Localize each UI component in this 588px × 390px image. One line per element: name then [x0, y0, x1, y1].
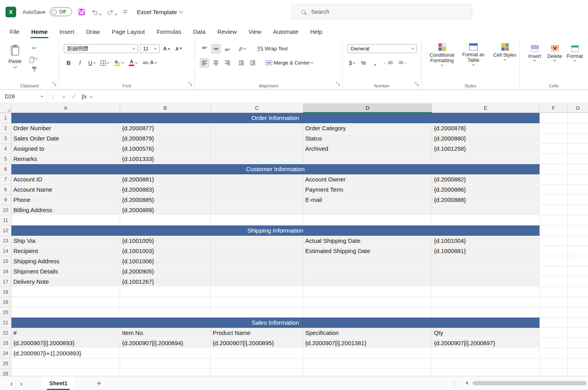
- increase-decimal-button[interactable]: ←.00: [382, 58, 394, 68]
- row-header-2[interactable]: 2: [0, 123, 11, 133]
- comma-style-button[interactable]: ,: [370, 58, 380, 68]
- formula-input[interactable]: [95, 90, 588, 103]
- cell-D4[interactable]: Archived: [303, 144, 432, 154]
- cell-B19[interactable]: [120, 297, 211, 307]
- cell-C18[interactable]: [211, 287, 303, 297]
- cell-E10[interactable]: [432, 205, 540, 215]
- copy-button[interactable]: [29, 54, 39, 63]
- cell-C17[interactable]: [211, 277, 303, 287]
- cell-E15[interactable]: [432, 256, 540, 266]
- row-header-24[interactable]: 24: [0, 348, 11, 359]
- menu-insert[interactable]: Insert: [54, 24, 80, 39]
- cell-D20[interactable]: [303, 307, 432, 318]
- cell-F1[interactable]: [540, 113, 568, 123]
- cell-A16[interactable]: Shipment Details: [11, 266, 120, 277]
- italic-button[interactable]: I: [75, 58, 85, 68]
- cell-E3[interactable]: {d.2000880}: [432, 133, 540, 144]
- merge-center-button[interactable]: Merge & Center: [264, 58, 315, 68]
- row-header-21[interactable]: 21: [0, 318, 11, 328]
- banner-customer-information[interactable]: Customer Information: [11, 164, 540, 174]
- cell-F18[interactable]: [540, 287, 568, 297]
- menu-formulas[interactable]: Formulas: [151, 24, 187, 39]
- cell-C8[interactable]: [211, 185, 303, 195]
- clipboard-dialog-launcher[interactable]: [52, 81, 57, 88]
- format-as-table-button[interactable]: Format as Table: [458, 43, 489, 65]
- scrollbar-thumb[interactable]: [473, 381, 586, 385]
- column-header-d[interactable]: D: [303, 104, 432, 113]
- cell-C2[interactable]: [211, 123, 303, 133]
- banner-shipping-information[interactable]: Shipping Information: [11, 225, 540, 236]
- cell-A25[interactable]: [11, 359, 120, 369]
- sheet-nav-left-icon[interactable]: ‹: [10, 379, 13, 387]
- cell-D3[interactable]: Status: [303, 133, 432, 144]
- cell-F19[interactable]: [540, 297, 568, 307]
- cell-E2[interactable]: {d.2000878}: [432, 123, 540, 133]
- cut-button[interactable]: ✂: [29, 43, 39, 53]
- scroll-left-icon[interactable]: [464, 381, 468, 385]
- orientation-button[interactable]: ab: [236, 44, 247, 54]
- cell-E25[interactable]: [432, 359, 540, 369]
- cell-A18[interactable]: [11, 287, 120, 297]
- cell-G23[interactable]: [568, 338, 588, 348]
- cell-A15[interactable]: Shipping Address: [11, 256, 120, 266]
- select-all-button[interactable]: [0, 104, 11, 113]
- cell-F22[interactable]: [540, 328, 568, 338]
- cell-A22[interactable]: #: [11, 328, 120, 338]
- column-header-b[interactable]: B: [120, 104, 211, 113]
- cell-F23[interactable]: [540, 338, 568, 348]
- cell-F6[interactable]: [540, 164, 568, 174]
- middle-align-button[interactable]: [211, 44, 221, 54]
- row-header-11[interactable]: 11: [0, 215, 11, 225]
- cell-C9[interactable]: [211, 195, 303, 205]
- excel-logo-icon[interactable]: x: [6, 7, 16, 17]
- insert-cells-button[interactable]: Insert: [525, 43, 545, 61]
- cell-B11[interactable]: [120, 215, 211, 225]
- cell-A20[interactable]: [11, 307, 120, 318]
- cell-F4[interactable]: [540, 144, 568, 154]
- customize-quick-access-button[interactable]: [123, 10, 128, 14]
- decrease-font-size-button[interactable]: A: [174, 44, 184, 54]
- cell-A14[interactable]: Recipient: [11, 246, 120, 256]
- cell-F2[interactable]: [540, 123, 568, 133]
- cell-B3[interactable]: {d.2000879}: [120, 133, 211, 144]
- cell-F26[interactable]: [540, 369, 568, 376]
- cell-G26[interactable]: [568, 369, 588, 376]
- cell-G9[interactable]: [568, 195, 588, 205]
- cell-A10[interactable]: Billing Address: [11, 205, 120, 215]
- enter-button[interactable]: ✓: [69, 93, 79, 100]
- decrease-indent-button[interactable]: [236, 58, 246, 68]
- cell-C10[interactable]: [211, 205, 303, 215]
- cell-E13[interactable]: {d.1001004}: [432, 236, 540, 246]
- increase-indent-button[interactable]: [248, 58, 257, 68]
- column-header-f[interactable]: F: [540, 104, 568, 113]
- cell-F15[interactable]: [540, 256, 568, 266]
- cell-G7[interactable]: [568, 174, 588, 185]
- insert-function-button[interactable]: fx: [79, 93, 89, 100]
- cell-F20[interactable]: [540, 307, 568, 318]
- cell-C14[interactable]: [211, 246, 303, 256]
- row-header-5[interactable]: 5: [0, 154, 11, 164]
- format-cells-button[interactable]: Format: [565, 43, 585, 61]
- cell-B17[interactable]: {d.1001267}: [120, 277, 211, 287]
- cell-D22[interactable]: Specification: [303, 328, 432, 338]
- percent-style-button[interactable]: %: [359, 58, 368, 68]
- cell-G24[interactable]: [568, 348, 588, 359]
- cell-C22[interactable]: Product Name: [211, 328, 303, 338]
- cell-G15[interactable]: [568, 256, 588, 266]
- cell-C19[interactable]: [211, 297, 303, 307]
- cell-A11[interactable]: [11, 215, 120, 225]
- sheet-tab-sheet1[interactable]: Sheet1: [43, 376, 74, 390]
- menu-home[interactable]: Home: [25, 24, 54, 39]
- cell-F8[interactable]: [540, 185, 568, 195]
- cell-E4[interactable]: {d.1001258}: [432, 144, 540, 154]
- cell-F7[interactable]: [540, 174, 568, 185]
- menu-page-layout[interactable]: Page Layout: [106, 24, 150, 39]
- row-header-8[interactable]: 8: [0, 185, 11, 195]
- tab-options-dots-icon[interactable]: ⋮: [452, 380, 457, 386]
- cell-E16[interactable]: [432, 266, 540, 277]
- row-header-22[interactable]: 22: [0, 328, 11, 338]
- column-header-a[interactable]: A: [11, 104, 120, 113]
- row-header-18[interactable]: 18: [0, 287, 11, 297]
- cell-G13[interactable]: [568, 236, 588, 246]
- cell-E24[interactable]: [432, 348, 540, 359]
